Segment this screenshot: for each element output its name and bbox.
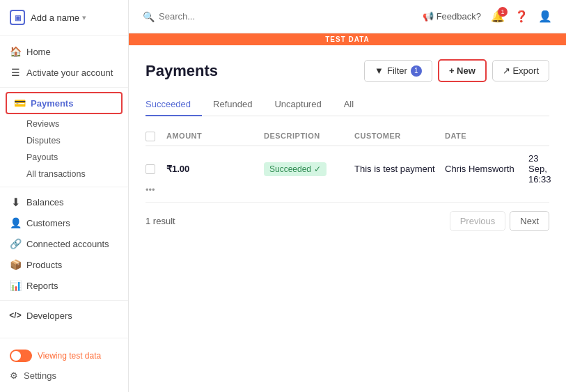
sidebar-label-reviews: Reviews xyxy=(26,119,59,129)
check-icon: ✓ xyxy=(314,164,321,174)
logo-icon: ▣ xyxy=(10,10,25,25)
table-header: AMOUNT DESCRIPTION CUSTOMER DATE xyxy=(146,127,549,146)
test-data-banner: TEST DATA xyxy=(129,33,566,45)
filter-count: 1 xyxy=(411,65,422,77)
test-data-label: Viewing test data xyxy=(38,351,101,361)
tab-succeeded[interactable]: Succeeded xyxy=(146,93,202,116)
sidebar-item-customers[interactable]: 👤 Customers xyxy=(0,212,128,233)
sidebar-item-reviews[interactable]: Reviews xyxy=(0,116,128,132)
sidebar-item-reports[interactable]: 📊 Reports xyxy=(0,275,128,296)
customers-icon: 👤 xyxy=(10,217,21,228)
col-header-amount: AMOUNT xyxy=(166,132,264,141)
products-icon: 📦 xyxy=(10,259,21,270)
home-icon: 🏠 xyxy=(10,46,21,57)
sidebar-label-all-transactions: All transactions xyxy=(26,169,86,179)
developers-icon: </> xyxy=(10,310,21,321)
sidebar-item-connected-accounts[interactable]: 🔗 Connected accounts xyxy=(0,233,128,254)
sidebar-label-reports: Reports xyxy=(26,281,58,291)
select-all-checkbox[interactable] xyxy=(146,132,166,141)
sidebar-item-balances[interactable]: ⬇ Balances xyxy=(0,191,128,212)
tab-uncaptured[interactable]: Uncaptured xyxy=(263,93,332,116)
table-footer: 1 result Previous Next xyxy=(146,211,549,231)
feedback-label: Feedback? xyxy=(437,11,481,22)
search-input[interactable] xyxy=(159,11,414,22)
help-button[interactable]: ❓ xyxy=(514,10,528,23)
succeeded-label: Succeeded xyxy=(269,164,311,174)
sidebar-label-payouts: Payouts xyxy=(26,152,58,162)
sidebar-label-balances: Balances xyxy=(26,197,63,207)
col-header-customer: CUSTOMER xyxy=(354,132,445,141)
payments-table: AMOUNT DESCRIPTION CUSTOMER DATE ₹1.00 S… xyxy=(146,127,549,203)
new-button[interactable]: + New xyxy=(438,59,487,82)
balances-icon: ⬇ xyxy=(10,196,21,207)
row-more-button[interactable]: ••• xyxy=(146,185,166,195)
search-icon: 🔍 xyxy=(143,11,155,22)
megaphone-icon: 📢 xyxy=(423,11,434,22)
sidebar-label-developers: Developers xyxy=(26,311,72,321)
previous-button[interactable]: Previous xyxy=(450,211,506,231)
pagination: Previous Next xyxy=(450,211,549,231)
sidebar-item-settings[interactable]: ⚙ Settings xyxy=(10,366,118,385)
search-box: 🔍 xyxy=(143,11,414,22)
page-content: Payments ▼ Filter 1 + New ↗ Export Succe… xyxy=(129,45,566,392)
sidebar-label-disputes: Disputes xyxy=(26,136,61,146)
export-button[interactable]: ↗ Export xyxy=(492,60,549,81)
sidebar-logo[interactable]: ▣ Add a name ▾ xyxy=(0,0,128,36)
sidebar-item-disputes[interactable]: Disputes xyxy=(0,132,128,149)
sidebar-item-all-transactions[interactable]: All transactions xyxy=(0,166,128,182)
chevron-down-icon: ▾ xyxy=(82,13,86,22)
sidebar-label-connected-accounts: Connected accounts xyxy=(26,239,109,249)
export-label: ↗ Export xyxy=(503,65,539,76)
new-label: + New xyxy=(449,65,475,76)
filter-button[interactable]: ▼ Filter 1 xyxy=(364,60,432,82)
nav-divider-1 xyxy=(0,87,128,88)
sidebar-label-home: Home xyxy=(26,47,51,57)
cell-description: This is test payment xyxy=(354,164,445,174)
sidebar-item-payouts[interactable]: Payouts xyxy=(0,149,128,166)
sidebar-label-activate: Activate your account xyxy=(26,68,113,78)
nav-divider-3 xyxy=(0,300,128,301)
sidebar-item-payments[interactable]: 💳 Payments xyxy=(6,92,123,114)
sidebar-item-developers[interactable]: </> Developers xyxy=(0,305,128,326)
tab-bar: Succeeded Refunded Uncaptured All xyxy=(146,93,549,116)
sidebar-item-home[interactable]: 🏠 Home xyxy=(0,41,128,62)
connected-icon: 🔗 xyxy=(10,238,21,249)
account-button[interactable]: 👤 xyxy=(538,10,552,23)
status-badge: Succeeded ✓ xyxy=(264,162,327,176)
settings-icon: ⚙ xyxy=(10,370,18,381)
sidebar-label-products: Products xyxy=(26,260,62,270)
sidebar-label-payments: Payments xyxy=(31,98,73,109)
header-actions: ▼ Filter 1 + New ↗ Export xyxy=(364,59,549,82)
sidebar-item-activate[interactable]: ☰ Activate your account xyxy=(0,62,128,83)
tab-all[interactable]: All xyxy=(333,93,365,116)
settings-label: Settings xyxy=(24,370,56,381)
main-content: 🔍 📢 Feedback? 🔔 1 ❓ 👤 TEST DATA Payments xyxy=(129,0,566,392)
sidebar-label-customers: Customers xyxy=(26,218,70,228)
filter-label: Filter xyxy=(387,65,407,76)
notifications-button[interactable]: 🔔 1 xyxy=(491,10,505,23)
row-checkbox[interactable] xyxy=(146,164,166,174)
test-data-toggle[interactable]: Viewing test data xyxy=(10,345,118,366)
tab-refunded[interactable]: Refunded xyxy=(202,93,263,116)
payments-icon: 💳 xyxy=(14,97,25,109)
page-header: Payments ▼ Filter 1 + New ↗ Export xyxy=(146,59,549,82)
col-header-description: DESCRIPTION xyxy=(264,132,354,141)
filter-icon: ▼ xyxy=(375,65,384,76)
nav-divider-2 xyxy=(0,187,128,187)
feedback-button[interactable]: 📢 Feedback? xyxy=(423,11,481,22)
cell-date: 23 Sep, 16:33 xyxy=(528,153,549,185)
toggle-switch-icon[interactable] xyxy=(10,350,32,362)
result-count: 1 result xyxy=(146,216,175,226)
col-header-date: DATE xyxy=(445,132,528,141)
sidebar-bottom: Viewing test data ⚙ Settings xyxy=(0,338,128,392)
cell-customer: Chris Hemsworth xyxy=(445,164,528,174)
sidebar-item-products[interactable]: 📦 Products xyxy=(0,254,128,275)
topbar-actions: 📢 Feedback? 🔔 1 ❓ 👤 xyxy=(423,10,552,23)
next-button[interactable]: Next xyxy=(510,211,549,231)
account-name: Add a name xyxy=(31,13,79,23)
page-title: Payments xyxy=(146,62,218,80)
sidebar-navigation: 🏠 Home ☰ Activate your account 💳 Payment… xyxy=(0,36,128,338)
cell-status: Succeeded ✓ xyxy=(264,162,354,176)
activate-icon: ☰ xyxy=(10,67,21,78)
col-header-actions xyxy=(528,132,549,141)
